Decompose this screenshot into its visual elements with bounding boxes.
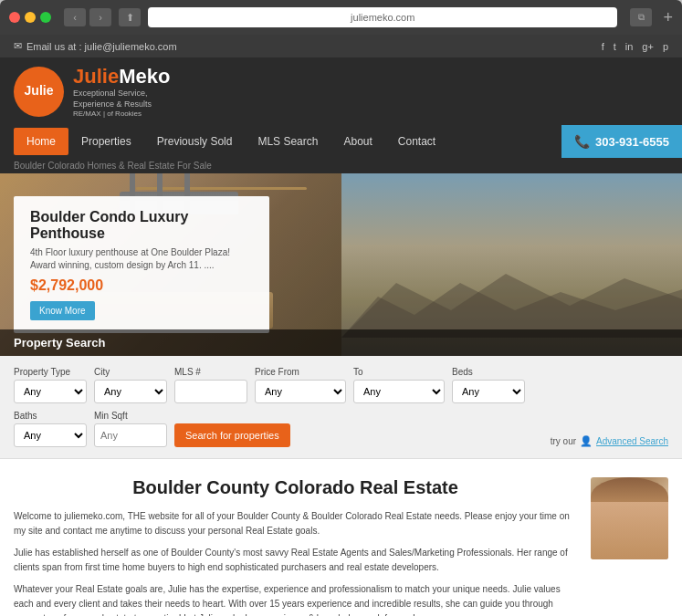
min-sqft-input[interactable] bbox=[94, 423, 167, 447]
property-type-select[interactable]: Any bbox=[14, 380, 87, 403]
property-type-label: Property Type bbox=[14, 367, 87, 377]
maximize-button[interactable] bbox=[40, 12, 51, 23]
property-search-bar-label: Property Search bbox=[0, 329, 682, 356]
baths-field: Baths Any bbox=[14, 411, 87, 447]
hero-card: Boulder Condo Luxury Penthouse 4th Floor… bbox=[14, 196, 269, 333]
beds-select[interactable]: Any bbox=[452, 380, 525, 403]
browser-actions: ⧉ bbox=[630, 8, 652, 26]
content-para-3: Whatever your Real Estate goals are, Jul… bbox=[14, 582, 577, 616]
content-para-1-text: Welcome to juliemeko.com, THE website fo… bbox=[14, 511, 570, 536]
person-icon: 👤 bbox=[580, 435, 593, 447]
hero-card-description: 4th Floor luxury penthouse at One Boulde… bbox=[30, 246, 253, 272]
price-from-label: Price From bbox=[255, 367, 346, 377]
hero-card-price: $2,792,000 bbox=[30, 277, 253, 294]
logo-julie: Julie bbox=[25, 84, 54, 98]
nav-item-mls-search[interactable]: MLS Search bbox=[245, 128, 331, 155]
agent-photo bbox=[591, 477, 668, 559]
linkedin-icon[interactable]: in bbox=[625, 41, 634, 52]
try-our-text: try our bbox=[551, 436, 576, 446]
advanced-search-link[interactable]: Advanced Search bbox=[596, 436, 668, 446]
beds-label: Beds bbox=[452, 367, 525, 377]
content-main: Boulder County Colorado Real Estate Welc… bbox=[14, 477, 577, 616]
hero-section: Boulder Condo Luxury Penthouse 4th Floor… bbox=[0, 173, 682, 356]
main-nav: Home Properties Previously Sold MLS Sear… bbox=[0, 125, 682, 158]
nav-buttons: ‹ › bbox=[64, 8, 111, 26]
traffic-lights bbox=[9, 12, 51, 23]
logo-first: Julie bbox=[73, 65, 119, 88]
nav-item-about[interactable]: About bbox=[331, 128, 384, 155]
content-para-1: Welcome to juliemeko.com, THE website fo… bbox=[14, 509, 577, 538]
logo-text-right: JulieMeko Exceptional Service, Experienc… bbox=[73, 65, 170, 118]
address-bar[interactable]: juliemeko.com bbox=[148, 7, 617, 27]
agent-face bbox=[591, 502, 668, 559]
search-button[interactable]: Search for properties bbox=[174, 423, 290, 447]
min-sqft-label: Min Sqft bbox=[94, 411, 167, 421]
site-tagline: Boulder Colorado Homes & Real Estate For… bbox=[0, 158, 682, 173]
price-from-field: Price From Any bbox=[255, 367, 346, 403]
minimize-button[interactable] bbox=[25, 12, 36, 23]
nav-item-contact[interactable]: Contact bbox=[385, 128, 448, 155]
browser-chrome: ‹ › ⬆ juliemeko.com ⧉ + bbox=[0, 0, 682, 35]
price-from-select[interactable]: Any bbox=[255, 380, 346, 403]
search-row-2: Baths Any Min Sqft Search for properties… bbox=[14, 411, 668, 447]
logo-circle: Julie bbox=[14, 67, 64, 117]
email-link[interactable]: ✉ Email us at : julie@juliemeko.com bbox=[14, 40, 177, 52]
logo-area: Julie JulieMeko Exceptional Service, Exp… bbox=[14, 65, 170, 118]
new-tab-button[interactable]: + bbox=[663, 8, 673, 27]
twitter-icon[interactable]: t bbox=[614, 41, 616, 52]
search-advanced-area: try our 👤 Advanced Search bbox=[298, 435, 668, 447]
mls-field: MLS # bbox=[174, 367, 247, 403]
logo-realtor: RE/MAX | of Rookies bbox=[73, 110, 170, 118]
search-section: Property Type Any City Any MLS # Price F… bbox=[0, 356, 682, 459]
tabs-button[interactable]: ⧉ bbox=[630, 8, 652, 26]
hero-card-title: Boulder Condo Luxury Penthouse bbox=[30, 209, 253, 242]
googleplus-icon[interactable]: g+ bbox=[642, 41, 654, 52]
phone-button[interactable]: 📞 303-931-6555 bbox=[561, 125, 682, 158]
content-section: Boulder County Colorado Real Estate Welc… bbox=[0, 459, 682, 616]
social-icons: f t in g+ p bbox=[602, 41, 668, 52]
price-to-field: To Any bbox=[353, 367, 445, 403]
mls-input[interactable] bbox=[174, 380, 247, 403]
close-button[interactable] bbox=[9, 12, 20, 23]
content-para-2: Julie has established herself as one of … bbox=[14, 546, 577, 575]
forward-button[interactable]: › bbox=[89, 8, 111, 26]
facebook-icon[interactable]: f bbox=[602, 41, 604, 52]
city-field: City Any bbox=[94, 367, 167, 403]
logo-last: Meko bbox=[119, 65, 170, 88]
title-bar: ‹ › ⬆ juliemeko.com ⧉ + bbox=[0, 0, 682, 35]
min-sqft-field: Min Sqft bbox=[94, 411, 167, 447]
city-label: City bbox=[94, 367, 167, 377]
beds-field: Beds Any bbox=[452, 367, 525, 403]
nav-item-properties[interactable]: Properties bbox=[68, 128, 144, 155]
phone-number: 303-931-6555 bbox=[595, 135, 669, 149]
logo-tagline: Exceptional Service, Experience & Result… bbox=[73, 89, 170, 110]
nav-item-previously-sold[interactable]: Previously Sold bbox=[144, 128, 246, 155]
nav-item-home[interactable]: Home bbox=[14, 128, 68, 155]
search-row-1: Property Type Any City Any MLS # Price F… bbox=[14, 367, 668, 403]
property-type-field: Property Type Any bbox=[14, 367, 87, 403]
pinterest-icon[interactable]: p bbox=[663, 41, 668, 52]
address-text: juliemeko.com bbox=[155, 12, 610, 23]
logo-circle-inner: Julie bbox=[25, 84, 54, 98]
baths-label: Baths bbox=[14, 411, 87, 421]
baths-select[interactable]: Any bbox=[14, 423, 87, 447]
logo-realtor-sub: | of Rookies bbox=[103, 110, 142, 118]
website: ✉ Email us at : julie@juliemeko.com f t … bbox=[0, 35, 682, 616]
back-button[interactable]: ‹ bbox=[64, 8, 86, 26]
mls-label: MLS # bbox=[174, 367, 247, 377]
price-to-label: To bbox=[353, 367, 445, 377]
know-more-button[interactable]: Know More bbox=[30, 301, 95, 320]
phone-icon: 📞 bbox=[574, 134, 590, 149]
price-to-select[interactable]: Any bbox=[353, 380, 445, 403]
content-title: Boulder County Colorado Real Estate bbox=[14, 477, 577, 498]
city-select[interactable]: Any bbox=[94, 380, 167, 403]
email-icon: ✉ bbox=[14, 40, 22, 52]
email-text: Email us at : julie@juliemeko.com bbox=[26, 41, 177, 52]
logo-name: JulieMeko bbox=[73, 65, 170, 89]
share-button[interactable]: ⬆ bbox=[119, 8, 141, 26]
top-bar: ✉ Email us at : julie@juliemeko.com f t … bbox=[0, 35, 682, 57]
site-header: Julie JulieMeko Exceptional Service, Exp… bbox=[0, 57, 682, 125]
nav-items: Home Properties Previously Sold MLS Sear… bbox=[14, 128, 448, 155]
